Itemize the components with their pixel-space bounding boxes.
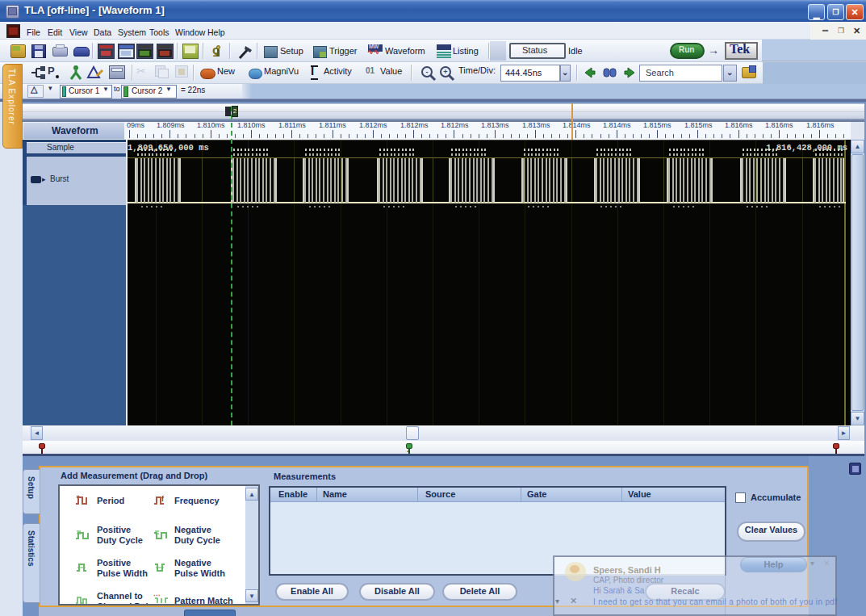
svg-text:f: f [161,495,165,503]
svg-text:-: - [426,68,429,76]
svg-text:+: + [443,68,447,76]
